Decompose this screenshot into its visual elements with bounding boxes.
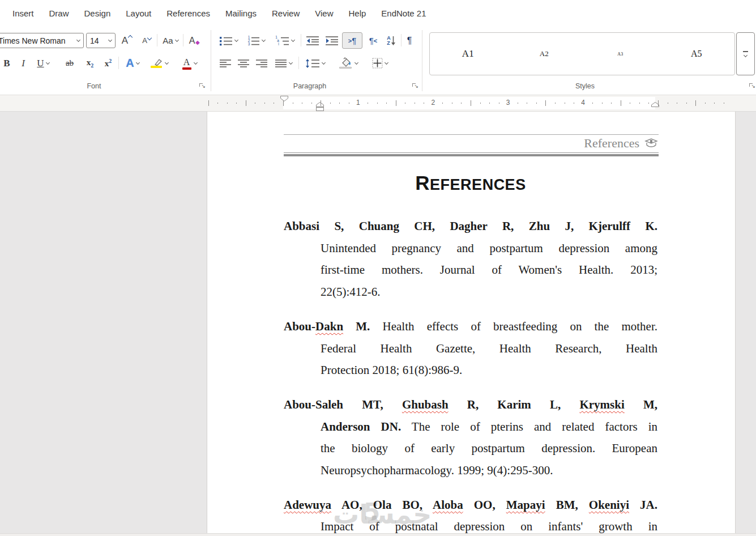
ruler-tick: [208, 100, 209, 106]
tab-references[interactable]: References: [166, 8, 210, 18]
multilevel-list-icon: 1ai: [275, 36, 279, 46]
justify-button[interactable]: [272, 56, 294, 71]
grow-font-button[interactable]: A: [118, 33, 136, 48]
left-indent-marker[interactable]: [316, 107, 324, 111]
ruler-tick: [714, 103, 715, 104]
reference-line: Neuropsychopharmacology. 1999; 9(4):295-…: [284, 460, 657, 482]
borders-button[interactable]: [367, 56, 393, 71]
tab-help[interactable]: Help: [348, 8, 366, 18]
chevron-down-icon: [744, 53, 748, 57]
font-size-value: 14: [90, 36, 99, 45]
caret-down-icon: [147, 35, 152, 40]
rtl-text-direction-button[interactable]: ¶ <: [365, 33, 382, 48]
ruler-tick: [668, 103, 668, 104]
ruler-tick: [442, 103, 443, 104]
tab-layout[interactable]: Layout: [126, 8, 151, 18]
styles-dialog-launcher[interactable]: ↘: [749, 83, 755, 90]
tab-design[interactable]: Design: [84, 8, 111, 18]
align-right-button[interactable]: [254, 56, 270, 71]
chevron-down-icon: [164, 60, 168, 64]
ruler-tick: [536, 103, 537, 104]
underline-button[interactable]: U: [32, 56, 54, 71]
ruler-number: 1: [354, 99, 361, 107]
strikethrough-button[interactable]: ab: [60, 56, 79, 71]
header-title: References: [584, 136, 639, 151]
ruler-tick: [246, 100, 246, 106]
increase-indent-icon: [325, 36, 339, 46]
document-page[interactable]: References REFERENCES خمسات 5 Abbasi S, …: [207, 112, 736, 533]
line-spacing-button[interactable]: [302, 56, 327, 71]
reference-line: Anderson DN. The role of pterins and rel…: [284, 416, 657, 438]
multilevel-list-button[interactable]: 1ai: [273, 33, 297, 48]
decrease-indent-icon: [306, 36, 319, 46]
font-name-combobox[interactable]: Times New Roman: [0, 33, 84, 48]
tab-endnote-21[interactable]: EndNote 21: [381, 8, 426, 18]
show-paragraph-marks-button[interactable]: ¶: [403, 33, 416, 48]
text-highlight-button[interactable]: [146, 56, 172, 71]
ruler-tick: [339, 103, 340, 104]
ribbon-tab-bar: InsertDrawDesignLayoutReferencesMailings…: [0, 0, 756, 27]
tab-review[interactable]: Review: [272, 8, 300, 18]
line-spacing-icon: [305, 58, 320, 69]
style-preview[interactable]: A1: [430, 33, 506, 75]
shading-button[interactable]: [335, 56, 361, 71]
styles-gallery-more-button[interactable]: [736, 32, 755, 75]
superscript-button[interactable]: x2: [100, 56, 117, 71]
reference-entry: Abbasi S, Chuang CH, Dagher R, Zhu J, Kj…: [284, 215, 657, 303]
align-left-icon: [219, 59, 232, 68]
ruler-tick: [217, 103, 218, 104]
borders-icon: [372, 58, 383, 69]
align-center-icon: [237, 59, 250, 68]
shrink-font-button[interactable]: A: [138, 33, 155, 48]
first-line-indent-marker[interactable]: [280, 96, 288, 101]
ruler-tick: [648, 103, 649, 104]
ruler-tick: [518, 103, 518, 104]
font-color-icon: A: [182, 57, 192, 70]
subscript-button[interactable]: x2: [82, 56, 99, 71]
align-left-button[interactable]: [217, 56, 233, 71]
chevron-down-icon: [262, 37, 266, 41]
ruler-tick: [452, 103, 452, 104]
ruler-tick: [677, 103, 677, 104]
ruler-tick: [527, 103, 527, 104]
increase-indent-button[interactable]: [323, 33, 340, 48]
chevron-down-icon: [321, 60, 325, 64]
font-size-combobox[interactable]: 14: [86, 33, 116, 48]
style-preview[interactable]: A2: [506, 33, 583, 75]
tab-view[interactable]: View: [315, 8, 333, 18]
bold-button[interactable]: B: [0, 56, 14, 71]
chevron-down-icon: [288, 60, 292, 64]
bullets-button[interactable]: [216, 33, 240, 48]
paragraph-dialog-launcher[interactable]: ↘: [412, 83, 418, 90]
tab-mailings[interactable]: Mailings: [225, 8, 257, 18]
ruler-tick: [321, 100, 321, 106]
change-case-button[interactable]: Aa: [160, 33, 181, 48]
ruler-tick: [592, 103, 593, 104]
numbering-button[interactable]: 123: [245, 33, 268, 48]
ruler-tick: [368, 103, 368, 104]
ruler-tick: [283, 100, 284, 106]
ruler-tick: [405, 103, 405, 104]
text-effects-button[interactable]: A: [120, 56, 145, 71]
ruler-number: 2: [430, 99, 437, 107]
sort-button[interactable]: AZ: [383, 33, 400, 48]
tab-insert[interactable]: Insert: [12, 8, 34, 18]
reference-line: the biology of early postpartum depressi…: [284, 437, 657, 460]
style-preview[interactable]: A3: [582, 33, 659, 75]
clear-formatting-button[interactable]: A ■: [186, 33, 203, 48]
chevron-down-icon: [291, 37, 295, 41]
align-center-button[interactable]: [236, 56, 251, 71]
chevron-down-icon: [234, 37, 238, 41]
font-dialog-launcher[interactable]: ↘: [199, 83, 206, 90]
tab-draw[interactable]: Draw: [49, 8, 69, 18]
font-color-button[interactable]: A: [177, 56, 202, 71]
ruler-tick: [686, 103, 687, 104]
style-preview[interactable]: A5: [659, 33, 735, 75]
ruler-tick: [555, 103, 556, 104]
decrease-indent-button[interactable]: [304, 33, 321, 48]
hanging-indent-marker[interactable]: [316, 102, 324, 107]
reference-list[interactable]: Abbasi S, Chuang CH, Dagher R, Zhu J, Kj…: [284, 215, 657, 536]
chevron-down-icon: [385, 60, 388, 64]
ltr-text-direction-button[interactable]: > ¶: [342, 32, 362, 49]
italic-button[interactable]: I: [17, 56, 29, 71]
